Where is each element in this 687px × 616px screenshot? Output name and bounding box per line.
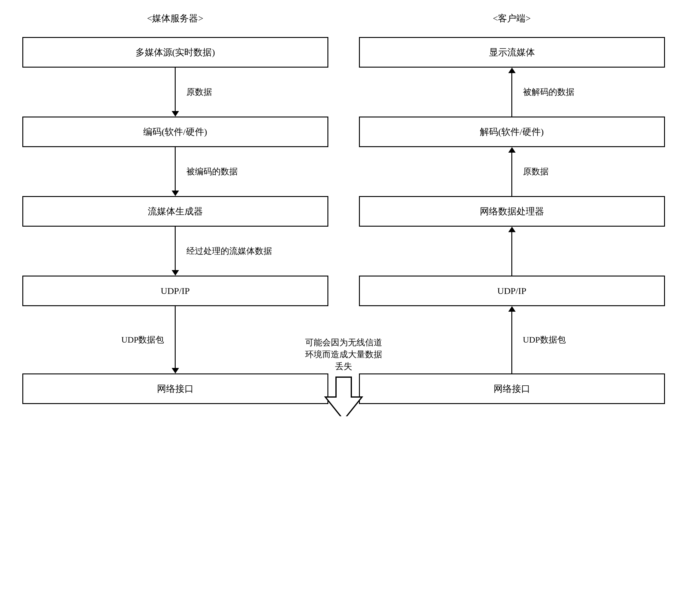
- client-title: <客户端>: [493, 12, 531, 25]
- label-raw-data: 原数据: [181, 86, 212, 98]
- arrow-encoded-data: 被编码的数据: [22, 147, 328, 196]
- box-server-udpip: UDP/IP: [22, 276, 328, 306]
- big-downward-arrow-icon: [324, 376, 364, 416]
- box-decode: 解码(软件/硬件): [359, 116, 665, 147]
- arrow-raw-data: 原数据: [22, 68, 328, 116]
- arrow-client-netproc-up: [359, 227, 665, 276]
- label-processed-stream: 经过处理的流媒体数据: [181, 245, 272, 257]
- server-title: <媒体服务器>: [147, 12, 203, 25]
- arrow-processed-stream: 经过处理的流媒体数据: [22, 227, 328, 276]
- label-server-udp-packet: UDP数据包: [121, 334, 169, 346]
- box-net-data-processor: 网络数据处理器: [359, 196, 665, 227]
- label-client-udp-packet: UDP数据包: [518, 334, 566, 346]
- middle-warning-block: 可能会因为无线信道 环境而造成大量数据 丢失: [276, 336, 411, 416]
- label-encoded-data: 被编码的数据: [181, 166, 238, 177]
- label-client-raw-data: 原数据: [518, 166, 549, 177]
- arrow-decoded-data: 被解码的数据: [359, 68, 665, 116]
- streaming-architecture-diagram: <媒体服务器> 多媒体源(实时数据) 原数据 编码(软件/硬件) 被编码的数据 …: [22, 12, 665, 404]
- warning-text: 可能会因为无线信道 环境而造成大量数据 丢失: [305, 336, 382, 373]
- box-streamer: 流媒体生成器: [22, 196, 328, 227]
- box-multimedia-source: 多媒体源(实时数据): [22, 37, 328, 68]
- arrow-client-raw-data: 原数据: [359, 147, 665, 196]
- box-display-stream: 显示流媒体: [359, 37, 665, 68]
- box-encode: 编码(软件/硬件): [22, 116, 328, 147]
- label-decoded-data: 被解码的数据: [518, 86, 574, 98]
- box-client-udpip: UDP/IP: [359, 276, 665, 306]
